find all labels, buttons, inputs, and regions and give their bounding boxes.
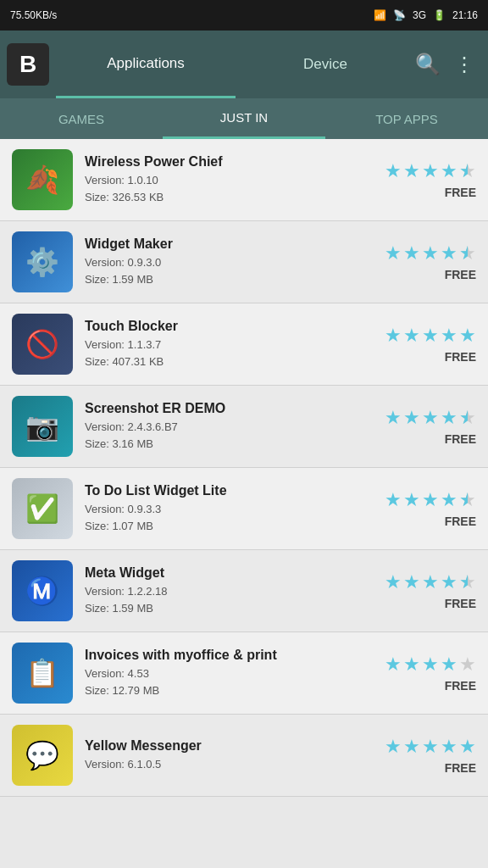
price-badge: FREE — [445, 186, 476, 199]
app-logo: B — [7, 43, 49, 86]
star-filled: ★ — [441, 571, 458, 593]
app-version: Version: 1.1.3.7 — [85, 337, 373, 353]
app-icon: 💬 — [12, 725, 73, 786]
app-info: Yellow Messenger Version: 6.1.0.5 — [85, 738, 373, 773]
star-rating: ★★★★ ★ ★ — [385, 407, 476, 429]
header-tab-applications[interactable]: Applications — [56, 31, 236, 98]
app-name: Widget Maker — [85, 236, 373, 252]
app-info: To Do List Widget Lite Version: 0.9.3.3 … — [85, 483, 373, 534]
app-rating: ★★★★★ FREE — [385, 736, 476, 775]
price-badge: FREE — [445, 679, 476, 693]
star-filled: ★ — [385, 160, 402, 182]
star-rating: ★★★★★ — [385, 736, 476, 758]
price-badge: FREE — [445, 268, 476, 281]
network-type: 3G — [413, 9, 426, 21]
app-version: Version: 0.9.3.3 — [85, 501, 373, 518]
list-item[interactable]: 📋 Invoices with myoffice & print Version… — [0, 632, 488, 715]
network-speed: 75.50KB/s — [10, 9, 57, 21]
star-filled: ★ — [422, 325, 439, 347]
sub-tab-games[interactable]: GAMES — [0, 98, 163, 139]
star-filled: ★ — [385, 654, 402, 676]
star-filled: ★ — [385, 325, 402, 347]
list-item[interactable]: 💬 Yellow Messenger Version: 6.1.0.5 ★★★★… — [0, 715, 488, 797]
app-name: Screenshot ER DEMO — [85, 401, 373, 416]
app-icon: 🍂 — [12, 149, 73, 210]
app-icon: Ⓜ️ — [12, 560, 73, 621]
sub-tab-just-in[interactable]: JUST IN — [163, 98, 325, 139]
star-filled: ★ — [422, 160, 439, 182]
app-name: Invoices with myoffice & print — [85, 648, 373, 663]
app-rating: ★★★★★ FREE — [385, 325, 476, 364]
app-info: Meta Widget Version: 1.2.2.18 Size: 1.59… — [85, 565, 373, 616]
menu-icon[interactable]: ⋮ — [454, 53, 474, 76]
app-version: Version: 2.4.3.6.B7 — [85, 419, 373, 436]
star-filled: ★ — [403, 160, 420, 182]
star-filled: ★ — [422, 407, 439, 429]
app-rating: ★★★★ ★ ★ FREE — [385, 160, 476, 199]
star-filled: ★ — [441, 489, 458, 511]
app-size: Size: 1.59 MB — [85, 271, 373, 288]
app-version: Version: 4.53 — [85, 665, 373, 682]
star-rating: ★★★★ ★ ★ — [385, 489, 476, 511]
star-filled: ★ — [385, 571, 402, 593]
price-badge: FREE — [445, 761, 476, 775]
app-info: Widget Maker Version: 0.9.3.0 Size: 1.59… — [85, 236, 373, 287]
app-name: Yellow Messenger — [85, 738, 373, 754]
app-icon: 🚫 — [12, 314, 73, 375]
battery-icon: 🔋 — [433, 9, 446, 21]
app-icon: 📷 — [12, 396, 73, 457]
app-version: Version: 0.9.3.0 — [85, 254, 373, 271]
header-tab-device[interactable]: Device — [236, 31, 415, 98]
sub-tab-top-apps[interactable]: TOP APPS — [325, 98, 488, 139]
clock: 21:16 — [452, 9, 478, 21]
star-filled: ★ — [385, 407, 402, 429]
star-half: ★ ★ — [459, 489, 476, 511]
app-version: Version: 1.0.10 — [85, 172, 373, 189]
app-name: Wireless Power Chief — [85, 154, 373, 170]
star-rating: ★★★★ ★ ★ — [385, 242, 476, 264]
price-badge: FREE — [445, 350, 476, 364]
star-filled: ★ — [459, 325, 476, 347]
list-item[interactable]: 📷 Screenshot ER DEMO Version: 2.4.3.6.B7… — [0, 386, 488, 468]
app-info: Screenshot ER DEMO Version: 2.4.3.6.B7 S… — [85, 401, 373, 452]
star-rating: ★★★★★ — [385, 654, 476, 676]
star-filled: ★ — [403, 489, 420, 511]
list-item[interactable]: ⚙️ Widget Maker Version: 0.9.3.0 Size: 1… — [0, 221, 488, 303]
star-filled: ★ — [422, 736, 439, 758]
app-list: 🍂 Wireless Power Chief Version: 1.0.10 S… — [0, 139, 488, 868]
star-filled: ★ — [403, 407, 420, 429]
list-item[interactable]: 🚫 Touch Blocker Version: 1.1.3.7 Size: 4… — [0, 303, 488, 386]
list-item[interactable]: ✅ To Do List Widget Lite Version: 0.9.3.… — [0, 468, 488, 550]
status-bar: 75.50KB/s 📶 📡 3G 🔋 21:16 — [0, 0, 488, 31]
sub-tabs: GAMES JUST IN TOP APPS — [0, 98, 488, 139]
app-rating: ★★★★ ★ ★ FREE — [385, 407, 476, 446]
app-info: Invoices with myoffice & print Version: … — [85, 648, 373, 698]
star-filled: ★ — [403, 325, 420, 347]
star-filled: ★ — [385, 242, 402, 264]
app-icon: ✅ — [12, 478, 73, 539]
star-filled: ★ — [441, 654, 458, 676]
star-filled: ★ — [403, 654, 420, 676]
star-filled: ★ — [422, 242, 439, 264]
star-filled: ★ — [441, 242, 458, 264]
price-badge: FREE — [445, 432, 476, 446]
star-filled: ★ — [441, 160, 458, 182]
app-rating: ★★★★★ FREE — [385, 654, 476, 693]
header-tabs: Applications Device — [56, 31, 415, 98]
search-icon[interactable]: 🔍 — [415, 53, 441, 76]
list-item[interactable]: Ⓜ️ Meta Widget Version: 1.2.2.18 Size: 1… — [0, 550, 488, 632]
app-rating: ★★★★ ★ ★ FREE — [385, 571, 476, 610]
app-rating: ★★★★ ★ ★ FREE — [385, 242, 476, 281]
star-half: ★ ★ — [459, 160, 476, 182]
app-name: Touch Blocker — [85, 319, 373, 334]
star-empty: ★ — [459, 654, 476, 676]
app-size: Size: 326.53 KB — [85, 189, 373, 206]
star-rating: ★★★★ ★ ★ — [385, 571, 476, 593]
star-rating: ★★★★ ★ ★ — [385, 160, 476, 182]
wifi-icon: 📶 — [374, 9, 386, 21]
header: B Applications Device 🔍 ⋮ — [0, 31, 488, 98]
app-name: To Do List Widget Lite — [85, 483, 373, 498]
app-info: Touch Blocker Version: 1.1.3.7 Size: 407… — [85, 319, 373, 370]
app-size: Size: 1.07 MB — [85, 518, 373, 535]
list-item[interactable]: 🍂 Wireless Power Chief Version: 1.0.10 S… — [0, 139, 488, 221]
